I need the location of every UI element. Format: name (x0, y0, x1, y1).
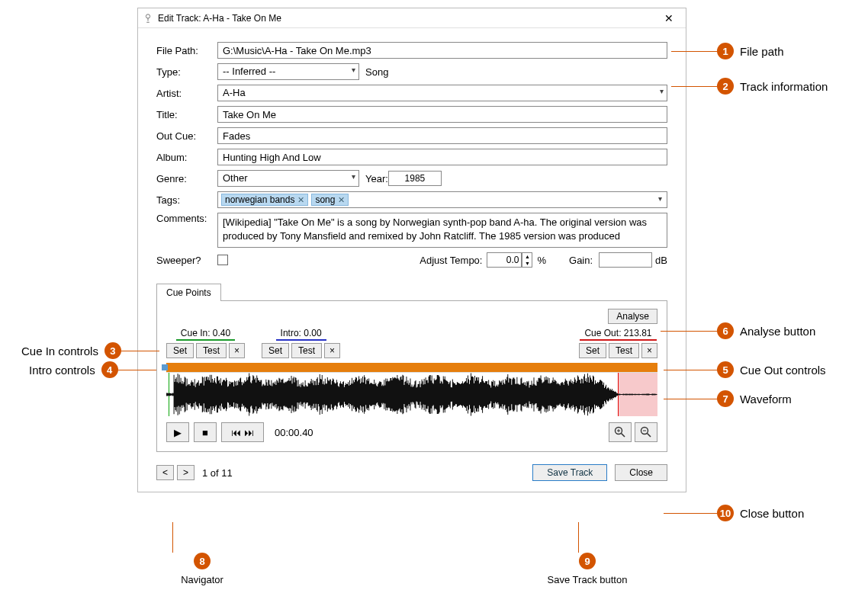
nav-next-button[interactable]: > (177, 465, 194, 480)
tag-item[interactable]: song✕ (311, 194, 349, 206)
outcue-label: Out Cue: (156, 130, 217, 142)
gain-field[interactable] (599, 252, 652, 268)
callout-2: 2Track information (671, 78, 834, 95)
tempo-label: Adjust Tempo: (420, 255, 482, 266)
nav-prev-button[interactable]: < (156, 465, 174, 480)
sweeper-checkbox[interactable] (217, 255, 228, 265)
navigator: < > 1 of 11 (156, 465, 233, 480)
skip-forward-button[interactable]: ⏭ (244, 427, 254, 438)
artist-label: Artist: (156, 88, 217, 99)
cue-in-group: Cue In: 0.40 Set Test × (166, 327, 245, 358)
dialog-body: File Path: Type: -- Inferred -- Song Art… (138, 28, 686, 492)
edit-track-dialog: Edit Track: A-Ha - Take On Me ✕ File Pat… (137, 8, 686, 492)
svg-point-0 (146, 14, 149, 18)
titlebar: Edit Track: A-Ha - Take On Me ✕ (138, 8, 686, 28)
app-icon (143, 13, 153, 24)
zoom-out-button[interactable] (635, 422, 657, 442)
intro-test-button[interactable]: Test (291, 343, 322, 358)
waveform-area (166, 363, 657, 416)
svg-line-2 (622, 434, 625, 438)
cue-out-test-button[interactable]: Test (609, 343, 639, 358)
playback-time: 00:00.40 (275, 427, 313, 438)
svg-line-6 (648, 434, 651, 438)
cue-out-set-button[interactable]: Set (579, 343, 606, 358)
genre-select[interactable]: Other (217, 170, 359, 187)
cue-in-set-button[interactable]: Set (166, 343, 194, 358)
callout-7: 7Waveform (664, 390, 798, 407)
callout-8: 8 Navigator (164, 553, 240, 585)
tab-cue-points[interactable]: Cue Points (156, 284, 221, 301)
save-track-button[interactable]: Save Track (532, 464, 607, 481)
intro-clear-button[interactable]: × (324, 343, 340, 358)
title-field[interactable] (217, 106, 667, 123)
tag-remove-icon[interactable]: ✕ (297, 195, 304, 205)
album-label: Album: (156, 152, 217, 163)
cue-in-label: Cue In: 0.40 (176, 328, 235, 341)
analyse-button[interactable]: Analyse (608, 309, 657, 324)
outcue-field[interactable] (217, 127, 667, 144)
close-button[interactable]: Close (615, 464, 667, 481)
gain-unit: dB (655, 255, 667, 266)
cue-tab-body: Analyse Cue In: 0.40 Set Test × (156, 300, 667, 452)
title-label: Title: (156, 109, 217, 120)
file-path-field[interactable] (217, 42, 667, 59)
window-close-button[interactable]: ✕ (655, 12, 683, 24)
album-field[interactable] (217, 149, 667, 165)
comments-field[interactable]: [Wikipedia] "Take On Me" is a song by No… (217, 213, 667, 248)
cue-in-test-button[interactable]: Test (196, 343, 227, 358)
play-button[interactable]: ▶ (166, 422, 189, 442)
skip-back-button[interactable]: ⏮ (231, 427, 241, 438)
callout-3: 3Cue In controls (15, 342, 159, 359)
stop-button[interactable]: ■ (194, 422, 217, 442)
type-inferred-text: Song (365, 66, 388, 78)
intro-label: Intro: 0.00 (276, 328, 326, 341)
waveform-range-bar[interactable] (166, 363, 657, 372)
range-handle-icon[interactable] (162, 364, 168, 370)
callout-6: 6Analyse button (661, 322, 821, 339)
tempo-stepper[interactable]: ▲▼ (522, 252, 532, 268)
year-field[interactable] (388, 171, 442, 186)
cue-tabs: Cue Points Analyse Cue In: 0.40 Set Test… (156, 283, 667, 452)
callout-4: 4Intro controls (23, 361, 156, 378)
waveform-display[interactable] (166, 372, 657, 416)
callout-5: 5Cue Out controls (664, 361, 832, 378)
callout-10: 10Close button (664, 505, 810, 521)
gain-label: Gain: (569, 255, 593, 266)
file-path-label: File Path: (156, 45, 217, 56)
intro-set-button[interactable]: Set (262, 343, 289, 358)
artist-select[interactable]: A-Ha (217, 85, 667, 101)
window-title: Edit Track: A-Ha - Take On Me (158, 13, 655, 24)
cue-in-clear-button[interactable]: × (229, 343, 245, 358)
cue-out-group: Cue Out: 213.81 Set Test × (579, 327, 657, 358)
callout-9: 9 Save Track button (534, 553, 641, 585)
tempo-field[interactable] (487, 252, 522, 268)
cue-out-label: Cue Out: 213.81 (580, 328, 656, 341)
tags-field[interactable]: norwegian bands✕ song✕ (217, 191, 667, 208)
year-label: Year: (365, 173, 388, 184)
tags-label: Tags: (156, 194, 217, 206)
tag-item[interactable]: norwegian bands✕ (221, 194, 308, 206)
comments-label: Comments: (156, 213, 217, 224)
type-select[interactable]: -- Inferred -- (217, 63, 359, 80)
tempo-unit: % (537, 255, 546, 266)
type-label: Type: (156, 66, 217, 78)
cue-out-clear-button[interactable]: × (641, 343, 657, 358)
skip-buttons: ⏮ ⏭ (221, 422, 264, 442)
genre-label: Genre: (156, 173, 217, 184)
callout-1: 1File path (671, 43, 790, 59)
dialog-footer: < > 1 of 11 Save Track Close (156, 464, 667, 481)
intro-group: Intro: 0.00 Set Test × (262, 327, 340, 358)
tag-remove-icon[interactable]: ✕ (338, 195, 345, 205)
nav-position: 1 of 11 (202, 467, 233, 479)
sweeper-label: Sweeper? (156, 255, 217, 266)
transport-controls: ▶ ■ ⏮ ⏭ 00:00.40 (166, 422, 657, 442)
zoom-in-button[interactable] (609, 422, 632, 442)
